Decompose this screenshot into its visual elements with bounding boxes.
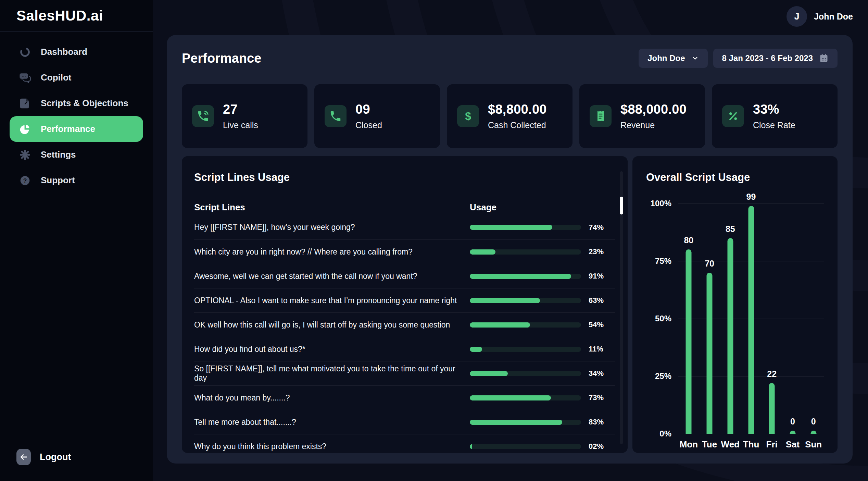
stat-value: 27 xyxy=(223,102,258,117)
stat-value: 33% xyxy=(753,102,795,117)
column-header-usage: Usage xyxy=(470,202,581,213)
table-row: OK well how this call will go is, I will… xyxy=(194,312,615,337)
script-line-text: Awesome, well we can get started with th… xyxy=(194,272,470,281)
bar-value-label: 0 xyxy=(790,417,795,427)
user-filter-dropdown[interactable]: John Doe xyxy=(639,49,707,68)
script-line-text: Tell me more about that.......? xyxy=(194,418,470,427)
script-rows: Hey [[FIRST NAME]], how’s your week goin… xyxy=(194,215,615,453)
sidebar-item-performance[interactable]: Performance xyxy=(10,116,143,142)
table-row: Why do you think this problem exists? 02… xyxy=(194,434,615,453)
script-note-icon xyxy=(18,97,32,110)
y-tick: 50% xyxy=(655,314,671,323)
usage-bar-track xyxy=(470,395,581,400)
usage-percent: 11% xyxy=(581,345,615,354)
usage-percent: 73% xyxy=(581,393,615,402)
sidebar-item-support[interactable]: ? Support xyxy=(10,168,143,193)
usage-percent: 83% xyxy=(581,418,615,427)
sidebar-item-scripts-objections[interactable]: Scripts & Objections xyxy=(10,90,143,116)
question-mark-icon: ? xyxy=(18,174,32,187)
script-line-text: How did you find out about us?* xyxy=(194,345,470,354)
user-name: John Doe xyxy=(814,12,853,22)
sidebar-item-label: Dashboard xyxy=(41,47,87,57)
usage-bar-track xyxy=(470,347,581,352)
script-line-text: OPTIONAL - Also I want to make sure that… xyxy=(194,296,470,305)
date-range-picker[interactable]: 8 Jan 2023 - 6 Feb 2023 xyxy=(713,49,838,68)
usage-bar-track xyxy=(470,420,581,425)
bar-column: 22 xyxy=(762,204,782,434)
table-row: OPTIONAL - Also I want to make sure that… xyxy=(194,288,615,312)
usage-percent: 91% xyxy=(581,272,615,281)
logout-button[interactable]: Logout xyxy=(16,449,71,465)
sidebar-item-copilot[interactable]: Copilot xyxy=(10,65,143,90)
overall-script-usage-panel: Overall Script Usage 100% 75% 50% 25% 0%… xyxy=(632,156,838,453)
sidebar-item-dashboard[interactable]: Dashboard xyxy=(10,39,143,65)
x-tick: Mon xyxy=(678,439,699,450)
performance-panel: Performance John Doe 8 Jan 2023 - 6 Feb … xyxy=(167,35,853,464)
table-scrollbar-track[interactable] xyxy=(620,171,623,444)
table-scrollbar-thumb[interactable] xyxy=(620,197,623,214)
arrow-left-icon xyxy=(16,449,31,465)
usage-bar-track xyxy=(470,371,581,376)
stat-value: $88,000.00 xyxy=(620,102,687,117)
usage-bar-fill xyxy=(470,249,495,255)
gridline xyxy=(678,434,824,434)
page-title: Performance xyxy=(182,51,261,66)
usage-bar-fill xyxy=(470,371,508,376)
usage-bar-fill xyxy=(470,298,540,303)
y-tick: 75% xyxy=(655,256,671,266)
bar xyxy=(686,249,692,434)
svg-text:$: $ xyxy=(465,110,471,122)
stat-card-closed: 09 Closed xyxy=(314,84,440,148)
bar xyxy=(748,206,754,434)
stat-label: Closed xyxy=(355,120,382,130)
bar-column: 0 xyxy=(803,204,824,434)
bar-value-label: 99 xyxy=(746,192,756,202)
table-row: How did you find out about us?* 11% xyxy=(194,337,615,361)
stat-cards: 27 Live calls 09 Closed $ $8,800. xyxy=(182,84,838,148)
stat-label: Cash Collected xyxy=(488,120,547,130)
usage-bar-track xyxy=(470,225,581,230)
dollar-icon: $ xyxy=(457,105,479,127)
table-row: Hey [[FIRST NAME]], how’s your week goin… xyxy=(194,215,615,239)
sidebar-item-label: Scripts & Objections xyxy=(41,98,128,109)
stat-card-close-rate: 33% Close Rate xyxy=(712,84,838,148)
sidebar-item-label: Copilot xyxy=(41,72,72,83)
bar-column: 80 xyxy=(678,204,699,434)
y-tick: 25% xyxy=(655,371,671,381)
x-axis-labels: MonTueWedThuFriSatSun xyxy=(678,439,824,450)
sidebar-item-settings[interactable]: Settings xyxy=(10,142,143,168)
bar-column: 85 xyxy=(720,204,741,434)
table-row: Which city are you in right now? // Wher… xyxy=(194,239,615,264)
stat-label: Revenue xyxy=(620,120,687,130)
avatar: J xyxy=(787,6,807,27)
table-row: Awesome, well we can get started with th… xyxy=(194,264,615,288)
chevron-down-icon xyxy=(691,54,699,62)
chart-title: Overall Script Usage xyxy=(646,171,824,184)
usage-bar-fill xyxy=(470,274,571,279)
bar xyxy=(727,238,733,434)
stat-card-live-calls: 27 Live calls xyxy=(182,84,307,148)
stat-card-revenue: $88,000.00 Revenue xyxy=(579,84,705,148)
usage-percent: 74% xyxy=(581,223,615,232)
chart-plot-area: 807085992200 xyxy=(678,204,824,434)
table-row: Tell me more about that.......? 83% xyxy=(194,410,615,434)
bar-value-label: 70 xyxy=(705,259,714,269)
app-logo: SalesHUD.ai xyxy=(16,8,103,24)
script-line-text: Why do you think this problem exists? xyxy=(194,442,470,451)
sidebar-item-label: Settings xyxy=(41,149,76,160)
script-line-text: OK well how this call will go is, I will… xyxy=(194,320,470,330)
sidebar-nav: Dashboard Copilot Scripts & Objectio xyxy=(0,39,153,193)
table-row: What do you mean by.......? 73% xyxy=(194,385,615,410)
bar-value-label: 22 xyxy=(767,369,777,379)
user-filter-label: John Doe xyxy=(647,53,685,63)
usage-percent: 02% xyxy=(581,442,615,451)
user-menu[interactable]: J John Doe xyxy=(787,6,853,27)
table-row: So [[FIRST NAME]], tell me what motivate… xyxy=(194,361,615,385)
stat-card-cash-collected: $ $8,800.00 Cash Collected xyxy=(447,84,573,148)
sidebar: SalesHUD.ai Dashboard Copilot xyxy=(0,0,153,481)
y-tick: 100% xyxy=(651,199,671,208)
phone-icon xyxy=(325,105,347,127)
x-tick: Thu xyxy=(741,439,762,450)
column-header-script-lines: Script Lines xyxy=(194,202,470,213)
calendar-icon xyxy=(819,53,829,63)
